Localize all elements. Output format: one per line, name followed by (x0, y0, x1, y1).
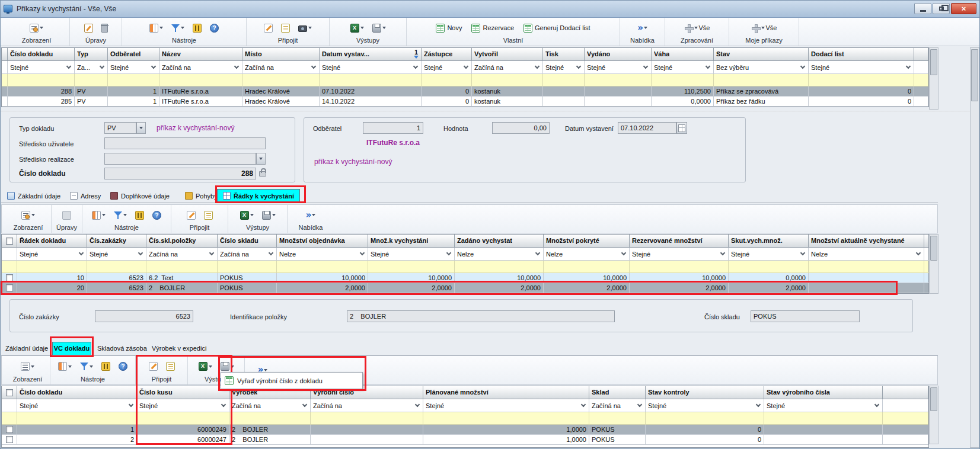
stredisko-realizace-dropdown-button[interactable] (256, 153, 266, 165)
quickfilter-input-cell[interactable] (137, 412, 229, 425)
data-cell[interactable]: 0 (646, 435, 764, 445)
filter-dropdown-Čís.zakázky[interactable]: Stejné (87, 248, 146, 261)
filter-button[interactable] (170, 23, 186, 34)
data-cell[interactable]: 2,0000 (544, 283, 630, 293)
row-checkbox[interactable] (6, 284, 13, 291)
data-cell[interactable]: 10,0000 (368, 273, 455, 283)
lines-grid-scrollbar[interactable] (929, 234, 938, 294)
data-cell[interactable]: 2,0000 (368, 283, 455, 293)
table-row[interactable]: 288PV1ITFutuRe s.r.o.aHradec Králové07.1… (2, 86, 928, 97)
export-excel-button[interactable] (349, 23, 366, 34)
data-cell[interactable]: 2,0000 (630, 283, 729, 293)
filter-dropdown-Rezervované množství[interactable]: Stejné (630, 248, 729, 261)
data-cell[interactable] (809, 273, 924, 283)
data-cell[interactable] (764, 435, 883, 445)
stredisko-uzivatele-field[interactable] (104, 137, 266, 149)
filter-dropdown-Výrobek[interactable]: Začíná na (229, 399, 311, 412)
column-header-Odběratel[interactable]: Odběratel (108, 48, 159, 61)
column-header-Stav kontroly[interactable]: Stav kontroly (646, 386, 764, 399)
data-cell[interactable]: 2 BOJLER (146, 283, 218, 293)
new-button[interactable]: Novy (433, 23, 464, 34)
data-cell[interactable]: kostanuk (472, 97, 543, 107)
datum-vystaveni-field[interactable]: 07.10.2022 (618, 122, 676, 134)
column-header-Vydáno[interactable]: Vydáno (585, 48, 652, 61)
quickfilter-input-cell[interactable] (543, 74, 585, 86)
attach-list-button[interactable] (202, 210, 215, 221)
quickfilter-input-cell[interactable] (146, 261, 218, 273)
data-cell[interactable]: 0,0000 (652, 97, 714, 107)
column-header-Číslo kusu[interactable]: Číslo kusu (137, 386, 229, 399)
quickfilter-input-cell[interactable] (17, 412, 137, 425)
data-cell[interactable]: 60000247 (137, 435, 229, 445)
data-cell[interactable]: 0 (646, 425, 764, 435)
data-cell[interactable] (311, 425, 423, 435)
quickfilter-input-cell[interactable] (455, 261, 544, 273)
data-cell[interactable]: 14.10.2022 (320, 97, 422, 107)
quickfilter-input-cell[interactable] (652, 74, 714, 86)
data-cell[interactable]: PV (75, 97, 108, 107)
filter-dropdown-Zadáno vychystat[interactable]: Nelze (455, 248, 544, 261)
header-select-all-cell[interactable] (2, 386, 17, 399)
column-header-Dodací list[interactable]: Dodací list (809, 48, 914, 61)
filter-dropdown-Sklad[interactable]: Začíná na (589, 399, 646, 412)
scrollbar-thumb[interactable] (930, 387, 937, 411)
column-header-Stav[interactable]: Stav (714, 48, 809, 61)
print-button[interactable] (219, 361, 236, 372)
quickfilter-input-cell[interactable] (423, 412, 589, 425)
column-header-Tisk[interactable]: Tisk (543, 48, 585, 61)
quickfilter-input-cell[interactable] (17, 261, 87, 273)
data-cell[interactable]: 1 (17, 425, 137, 435)
menu-chevrons-button[interactable]: » (636, 23, 649, 34)
vc-grid-scrollbar[interactable] (929, 386, 938, 444)
data-cell[interactable]: 2,0000 (455, 283, 544, 293)
splitter[interactable] (0, 111, 980, 112)
scrollbar-thumb[interactable] (930, 236, 937, 261)
export-excel-button[interactable] (238, 210, 256, 221)
calendar-button[interactable] (676, 122, 687, 134)
tab-vc-dokladu[interactable]: VC dokladu (52, 342, 91, 355)
data-cell[interactable]: 0,0000 (729, 273, 809, 283)
data-cell[interactable] (585, 97, 652, 107)
data-cell[interactable]: 2,0000 (729, 283, 809, 293)
filter-dropdown-Čís.skl.položky[interactable]: Začíná na (146, 248, 218, 261)
filter-dropdown-Váha[interactable]: Stejné (652, 61, 714, 74)
filter-button[interactable] (112, 210, 129, 221)
filter-dropdown-Množství pokryté[interactable]: Nelze (544, 248, 630, 261)
help-button[interactable] (208, 23, 221, 34)
filter-dropdown-Tisk[interactable]: Stejné (543, 61, 585, 74)
tab-zakladni-udaje-2[interactable]: Základní údaje (1, 342, 52, 355)
filter-dropdown-Stav[interactable]: Bez výběru (714, 61, 809, 74)
header-select-all-cell[interactable] (2, 235, 17, 248)
columns-button[interactable] (90, 210, 107, 221)
quickfilter-input-cell[interactable] (75, 74, 108, 86)
data-cell[interactable]: 60000249 (137, 425, 229, 435)
hodnota-field[interactable]: 0,00 (492, 122, 550, 134)
typ-dokladu-dropdown-button[interactable] (136, 122, 146, 134)
data-cell[interactable]: 110,2500 (652, 86, 714, 97)
row-checkbox[interactable] (6, 436, 13, 443)
filter-dropdown-Dodací list[interactable]: Stejné (809, 61, 914, 74)
table-row[interactable]: 1065236.2 TextPOKUS10,000010,000010,0000… (2, 273, 928, 283)
data-cell[interactable]: 6.2 Text (146, 273, 218, 283)
table-row[interactable]: 1600002492 BOJLER1,0000POKUS0 (2, 425, 928, 435)
reservation-button[interactable]: Rezervace (469, 23, 516, 34)
filter-dropdown-Název[interactable]: Začíná na (159, 61, 242, 74)
data-cell[interactable]: 0 (422, 97, 472, 107)
minimize-button[interactable] (914, 3, 931, 14)
cislo-dokladu-field[interactable]: 288 (104, 168, 256, 179)
row-checkbox[interactable] (6, 274, 13, 281)
data-cell[interactable]: POKUS (218, 283, 277, 293)
tab-vyrobek-v-expedici[interactable]: Výrobek v expedici (146, 342, 209, 355)
data-cell[interactable]: Příkaz se zpracovává (714, 86, 809, 97)
quickfilter-input-cell[interactable] (809, 74, 914, 86)
data-cell[interactable] (543, 97, 585, 107)
attach-list-button[interactable] (164, 361, 177, 372)
filter-button[interactable] (78, 361, 95, 372)
column-header-Plánované množství[interactable]: Plánované množství (423, 386, 589, 399)
quickfilter-input-cell[interactable] (589, 412, 646, 425)
filter-dropdown-Plánované množství[interactable]: Stejné (423, 399, 589, 412)
quickfilter-input-cell[interactable] (8, 74, 75, 86)
attach-note-button[interactable] (262, 23, 274, 34)
tab-doplnkove-udaje[interactable]: Doplňkové údaje (104, 189, 179, 203)
data-cell[interactable]: 2 (17, 435, 137, 445)
